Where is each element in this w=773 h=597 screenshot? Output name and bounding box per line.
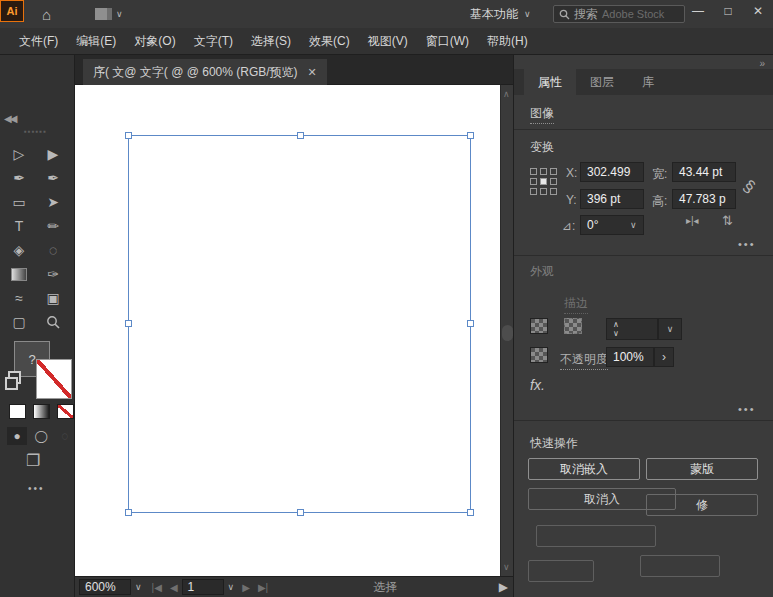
menu-window[interactable]: 窗口(W) [417,28,478,55]
selection-bounding-box[interactable] [128,135,471,513]
ref-dot[interactable] [550,178,557,185]
artboard-dropdown-icon[interactable]: ∨ [228,582,235,592]
free-transform-tool[interactable]: ➤ [38,191,68,213]
handle-top-left[interactable] [125,132,132,139]
stroke-unit-dropdown[interactable]: ∨ [658,318,682,340]
home-icon[interactable]: ⌂ [42,0,51,28]
warp-tool[interactable]: ≈ [4,287,34,309]
mask-button[interactable]: 蒙版 [646,458,758,480]
collapse-tools-icon[interactable]: ◀◀ [4,113,15,124]
opacity-label[interactable]: 不透明度 [560,351,608,370]
direct-selection-tool[interactable]: ▶ [38,143,68,165]
next-artboard-icon[interactable]: ▶ [242,582,250,593]
shape-builder-tool[interactable]: ◈ [4,239,34,261]
tools-panel-grip[interactable]: ▪▪▪▪▪▪ [24,127,47,136]
ref-dot[interactable] [530,168,537,175]
opacity-swatch[interactable] [530,347,548,363]
menu-file[interactable]: 文件(F) [10,28,67,55]
menu-select[interactable]: 选择(S) [242,28,300,55]
zoom-level-field[interactable]: 600% [79,579,131,595]
swap-fill-stroke-icon[interactable] [8,371,21,384]
handle-top-right[interactable] [467,132,474,139]
type-tool[interactable]: T [4,215,34,237]
flip-vertical-icon[interactable]: ⇅ [722,213,733,228]
pencil-tool[interactable]: ✏ [38,215,68,237]
scroll-up-icon[interactable]: ∧ [503,89,510,99]
collapse-panel-icon[interactable]: » [759,58,765,69]
curvature-tool[interactable]: ✒ [38,167,68,189]
tab-layers[interactable]: 图层 [576,69,628,95]
handle-bottom-left[interactable] [125,509,132,516]
angle-dropdown-icon[interactable]: ∨ [630,220,637,230]
menu-edit[interactable]: 编辑(E) [67,28,125,55]
ref-dot-selected[interactable] [540,178,547,185]
stroke-weight-stepper[interactable]: ∧∨ [606,318,658,340]
ref-dot[interactable] [530,178,537,185]
draw-inside-mode[interactable]: ◌ [55,427,75,445]
unembed-button[interactable]: 取消嵌入 [528,458,640,480]
handle-top-center[interactable] [297,132,304,139]
empty-button[interactable] [528,560,594,582]
handle-bottom-right[interactable] [467,509,474,516]
y-value-field[interactable]: 396 pt [580,189,644,209]
last-artboard-icon[interactable]: ▶| [258,582,268,593]
change-screen-mode-icon[interactable]: ❐ [26,451,40,470]
previous-artboard-icon[interactable]: ◀ [170,582,178,593]
tab-libraries[interactable]: 库 [628,69,668,95]
stroke-none-swatch[interactable] [36,359,72,399]
pen-tool[interactable]: ✒ [4,167,34,189]
zoom-tool[interactable] [38,311,68,333]
opacity-value-field[interactable]: 100% [606,347,654,367]
lasso-tool[interactable]: ◌ [38,239,68,261]
menu-object[interactable]: 对象(O) [125,28,184,55]
menu-type[interactable]: 文字(T) [185,28,242,55]
fill-color-well[interactable] [530,318,548,334]
artboard-tool[interactable]: ▢ [4,311,34,333]
zoom-dropdown-icon[interactable]: ∨ [135,582,142,592]
ref-dot[interactable] [540,168,547,175]
minimize-button[interactable]: — [684,0,712,22]
paintbrush-tool[interactable]: ✑ [38,263,68,285]
constrain-proportions-icon[interactable]: § [739,176,759,198]
workspace-switcher[interactable]: 基本功能 ∨ [470,0,531,28]
draw-normal-mode[interactable]: ● [7,427,27,445]
handle-middle-right[interactable] [467,320,474,327]
scroll-down-icon[interactable]: ∨ [503,562,510,572]
color-swatch-button[interactable] [9,404,26,419]
fx-button[interactable]: fx. [530,377,545,393]
document-tab[interactable]: 序( 文@ 文字( @ @ 600% (RGB/预览) ✕ [83,59,327,85]
arrange-documents-button[interactable]: ∨ [95,0,123,28]
export-tool[interactable]: ▣ [38,287,68,309]
edit-button-2[interactable]: 修 [646,494,758,516]
none-swatch-button[interactable] [57,404,74,419]
transform-more-options[interactable]: ••• [738,238,756,250]
appearance-more-options[interactable]: ••• [738,403,756,415]
edit-toolbar-dots[interactable]: ••• [28,483,45,494]
draw-behind-mode[interactable]: ◯ [31,427,51,445]
handle-bottom-center[interactable] [297,509,304,516]
vertical-scrollbar[interactable]: ∧ ∨ [500,85,513,576]
opacity-options-icon[interactable]: › [654,347,674,367]
menu-effect[interactable]: 效果(C) [300,28,359,55]
ref-dot[interactable] [550,188,557,195]
search-input[interactable]: 搜索 Adobe Stock [553,5,685,23]
menu-help[interactable]: 帮助(H) [478,28,537,55]
close-button[interactable]: ✕ [744,0,772,22]
gradient-tool[interactable] [4,263,34,285]
width-value-field[interactable]: 43.44 pt [672,162,736,182]
x-value-field[interactable]: 302.499 [580,162,644,182]
selection-tool[interactable]: ▷ [4,143,34,165]
gradient-swatch-button[interactable] [33,404,50,419]
stepper-arrows-icon[interactable]: ∧∨ [613,320,619,338]
menu-view[interactable]: 视图(V) [359,28,417,55]
stroke-color-well[interactable] [564,318,582,334]
rectangle-tool[interactable]: ▭ [4,191,34,213]
ref-dot[interactable] [530,188,537,195]
tab-properties[interactable]: 属性 [524,69,576,95]
empty-button[interactable] [536,525,656,547]
height-value-field[interactable]: 47.783 p [672,189,736,209]
first-artboard-icon[interactable]: |◀ [152,582,162,593]
scrollbar-thumb[interactable] [502,325,513,341]
ref-dot[interactable] [550,168,557,175]
artboard-number-field[interactable]: 1 [182,579,224,595]
